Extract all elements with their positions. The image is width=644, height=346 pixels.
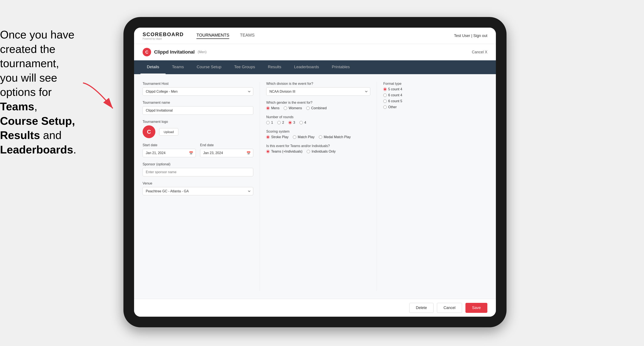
- gender-label: Which gender is the event for?: [266, 101, 370, 105]
- tournament-host-select[interactable]: Clippd College - Men: [142, 87, 253, 96]
- tournament-logo-label: Tournament logo: [142, 120, 253, 124]
- tab-printables[interactable]: Printables: [326, 60, 356, 74]
- logo-preview: C: [142, 125, 155, 138]
- end-date-input[interactable]: [200, 149, 253, 157]
- end-date-wrapper: 📅: [200, 149, 253, 157]
- format-6count4-radio[interactable]: [383, 94, 387, 97]
- individuals-only[interactable]: Individuals Only: [307, 150, 336, 154]
- tournament-icon: C: [142, 48, 151, 56]
- tab-course-setup[interactable]: Course Setup: [190, 60, 228, 74]
- save-button[interactable]: Save: [466, 303, 487, 313]
- format-5count4[interactable]: 5 count 4: [383, 87, 487, 91]
- format-other[interactable]: Other: [383, 105, 487, 109]
- scoring-group: Scoring system Stroke Play Match Play: [266, 130, 370, 139]
- start-date-input[interactable]: [142, 149, 196, 157]
- format-radio-group: 5 count 4 6 count 4 6 count 5: [383, 87, 487, 109]
- nav-links: TOURNAMENTS TEAMS: [196, 33, 254, 39]
- scoring-match-radio[interactable]: [293, 135, 296, 139]
- rounds-4-radio[interactable]: [300, 121, 303, 124]
- gender-combined-radio[interactable]: [306, 107, 310, 110]
- upload-button[interactable]: Upload: [159, 128, 178, 136]
- left-column: Tournament Host Clippd College - Men Tou…: [142, 82, 253, 291]
- rounds-2[interactable]: 2: [277, 121, 284, 125]
- top-navigation: SCOREBOARD Powered by clippd TOURNAMENTS…: [134, 28, 496, 44]
- division-label: Which division is the event for?: [266, 82, 370, 86]
- teams-group: Is this event for Teams and/or Individua…: [266, 144, 370, 154]
- nav-teams[interactable]: TEAMS: [240, 33, 254, 39]
- gender-radio-group: Mens Womens Combined: [266, 106, 370, 110]
- scoring-label: Scoring system: [266, 130, 370, 134]
- tournament-host-label: Tournament Host: [142, 82, 253, 86]
- teams-plus-individuals[interactable]: Teams (+Individuals): [266, 150, 302, 154]
- scoring-medal-radio[interactable]: [319, 135, 322, 139]
- tablet-screen: SCOREBOARD Powered by clippd TOURNAMENTS…: [134, 28, 496, 317]
- instruction-bold3: Results: [0, 129, 40, 141]
- scoring-match[interactable]: Match Play: [293, 135, 314, 139]
- rounds-2-radio[interactable]: [277, 121, 281, 124]
- instruction-line3: tournament,: [0, 57, 59, 69]
- tab-leaderboards[interactable]: Leaderboards: [288, 60, 326, 74]
- middle-column: Which division is the event for? NCAA Di…: [260, 82, 370, 291]
- date-row: Start date 📅 End date 📅: [142, 143, 253, 157]
- format-6count4[interactable]: 6 count 4: [383, 93, 487, 97]
- tab-tee-groups[interactable]: Tee Groups: [228, 60, 261, 74]
- sponsor-input[interactable]: [142, 168, 253, 176]
- start-date-wrapper: 📅: [142, 149, 196, 157]
- sponsor-label: Sponsor (optional): [142, 162, 253, 166]
- scoring-stroke-radio[interactable]: [266, 135, 270, 139]
- instruction-line2: created the: [0, 43, 55, 55]
- rounds-3-radio[interactable]: [288, 121, 292, 124]
- rounds-3[interactable]: 3: [288, 121, 295, 125]
- tab-bar: Details Teams Course Setup Tee Groups Re…: [134, 60, 496, 74]
- user-info[interactable]: Test User | Sign out: [454, 34, 487, 38]
- gender-combined[interactable]: Combined: [306, 106, 327, 110]
- instruction-line4: you will see: [0, 72, 57, 84]
- cancel-label: Cancel X: [472, 50, 487, 54]
- format-5count4-radio[interactable]: [383, 88, 387, 91]
- venue-group: Venue Peachtree GC - Atlanta - GA: [142, 181, 253, 195]
- rounds-1[interactable]: 1: [266, 121, 273, 125]
- sponsor-group: Sponsor (optional): [142, 162, 253, 176]
- tab-results[interactable]: Results: [261, 60, 288, 74]
- bottom-bar: Delete Cancel Save: [134, 299, 496, 317]
- format-6count5[interactable]: 6 count 5: [383, 99, 487, 103]
- instruction-text: Once you have created the tournament, yo…: [0, 28, 92, 157]
- scoring-radio-group: Stroke Play Match Play Medal Match Play: [266, 135, 370, 139]
- main-content: Tournament Host Clippd College - Men Tou…: [134, 74, 496, 299]
- nav-left: SCOREBOARD Powered by clippd TOURNAMENTS…: [142, 31, 254, 40]
- format-group: Format type 5 count 4 6 count 4: [383, 82, 487, 109]
- scoring-stroke[interactable]: Stroke Play: [266, 135, 288, 139]
- rounds-1-radio[interactable]: [266, 121, 270, 124]
- tab-details[interactable]: Details: [140, 60, 166, 74]
- nav-tournaments[interactable]: TOURNAMENTS: [196, 33, 229, 39]
- division-select[interactable]: NCAA Division III: [266, 87, 370, 96]
- rounds-label: Number of rounds: [266, 115, 370, 119]
- logo-upload-area: C Upload: [142, 125, 253, 138]
- calendar-icon-end: 📅: [246, 151, 251, 155]
- format-6count5-radio[interactable]: [383, 99, 387, 103]
- tab-teams[interactable]: Teams: [166, 60, 190, 74]
- right-column: Format type 5 count 4 6 count 4: [377, 82, 487, 291]
- teams-plus-radio[interactable]: [266, 150, 270, 153]
- teams-radio-group: Teams (+Individuals) Individuals Only: [266, 150, 370, 154]
- rounds-4[interactable]: 4: [300, 121, 306, 125]
- delete-button[interactable]: Delete: [409, 303, 434, 313]
- gender-womens-radio[interactable]: [284, 107, 287, 110]
- venue-label: Venue: [142, 181, 253, 185]
- scoring-medal[interactable]: Medal Match Play: [319, 135, 351, 139]
- tournament-name-label: Tournament name: [142, 101, 253, 105]
- gender-mens-radio[interactable]: [266, 107, 270, 110]
- gender-womens[interactable]: Womens: [284, 106, 302, 110]
- venue-select[interactable]: Peachtree GC - Atlanta - GA: [142, 187, 253, 195]
- format-other-radio[interactable]: [383, 105, 387, 109]
- cancel-button-bottom[interactable]: Cancel: [437, 303, 462, 313]
- gender-mens[interactable]: Mens: [266, 106, 280, 110]
- teams-label: Is this event for Teams and/or Individua…: [266, 144, 370, 148]
- user-sign-out[interactable]: Test User | Sign out: [454, 34, 487, 38]
- cancel-button-header[interactable]: Cancel X: [472, 50, 487, 54]
- end-date-label: End date: [200, 143, 253, 147]
- individuals-only-radio[interactable]: [307, 150, 310, 153]
- tournament-title-area: C Clippd Invitational (Men): [142, 48, 206, 56]
- tournament-name-input[interactable]: [142, 106, 253, 115]
- instruction-bold4: Leaderboards: [0, 144, 73, 156]
